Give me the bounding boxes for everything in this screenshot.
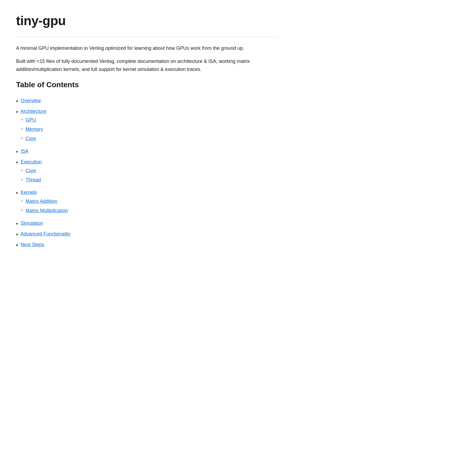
sub-bullet-icon: ○ (21, 125, 23, 132)
toc-link-simulation[interactable]: Simulation (21, 219, 43, 227)
toc-item-isa: •ISA (16, 147, 279, 156)
toc-item-overview: •Overview (16, 97, 279, 105)
toc-item-execution: •Execution○Core○Thread (16, 158, 279, 186)
toc-sub-item-matrix-addition: ○Matrix Addition (21, 197, 68, 205)
toc-item-advanced-functionality: •Advanced Functionality (16, 230, 279, 239)
bullet-icon: • (16, 147, 18, 156)
toc-link-execution[interactable]: Execution (21, 158, 42, 166)
toc-link-memory[interactable]: Memory (25, 125, 43, 133)
toc-item-simulation: •Simulation (16, 219, 279, 228)
bullet-icon: • (16, 108, 18, 116)
title-divider (16, 37, 279, 37)
toc-sub-list-execution: ○Core○Thread (21, 167, 42, 186)
bullet-icon: • (16, 158, 18, 167)
page-title: tiny-gpu (16, 11, 279, 31)
toc-link-gpu[interactable]: GPU (25, 116, 36, 124)
toc-link-core[interactable]: Core (25, 167, 36, 175)
description-2: Built with <15 files of fully documented… (16, 58, 279, 73)
bullet-icon: • (16, 230, 18, 239)
toc-item-architecture: •Architecture○GPU○Memory○Core (16, 108, 279, 145)
toc-link-matrix-addition[interactable]: Matrix Addition (25, 197, 57, 205)
sub-bullet-icon: ○ (21, 197, 23, 204)
toc-link-thread[interactable]: Thread (25, 176, 41, 184)
toc-link-advanced-functionality[interactable]: Advanced Functionality (21, 230, 70, 238)
toc-item-next-steps: •Next Steps (16, 241, 279, 249)
toc-sub-item-core: ○Core (21, 167, 42, 175)
toc-list: •Overview•Architecture○GPU○Memory○Core•I… (16, 97, 279, 249)
toc-sub-item-gpu: ○GPU (21, 116, 46, 124)
toc-sub-item-core: ○Core (21, 135, 46, 143)
toc-link-isa[interactable]: ISA (21, 147, 28, 155)
toc-link-matrix-multiplication[interactable]: Matrix Multiplication (25, 207, 68, 215)
toc-link-kernels[interactable]: Kernels (21, 189, 37, 196)
toc-sub-item-matrix-multiplication: ○Matrix Multiplication (21, 207, 68, 215)
toc-item-kernels: •Kernels○Matrix Addition○Matrix Multipli… (16, 189, 279, 217)
toc-sub-list-architecture: ○GPU○Memory○Core (21, 116, 46, 144)
sub-bullet-icon: ○ (21, 207, 23, 214)
toc-sub-item-memory: ○Memory (21, 125, 46, 133)
toc-link-overview[interactable]: Overview (21, 97, 41, 105)
sub-bullet-icon: ○ (21, 176, 23, 183)
toc-link-next-steps[interactable]: Next Steps (21, 241, 44, 249)
bullet-icon: • (16, 189, 18, 197)
bullet-icon: • (16, 219, 18, 228)
bullet-icon: • (16, 241, 18, 249)
toc-heading: Table of Contents (16, 79, 279, 91)
sub-bullet-icon: ○ (21, 116, 23, 123)
toc-link-architecture[interactable]: Architecture (21, 108, 46, 115)
sub-bullet-icon: ○ (21, 135, 23, 142)
toc-sub-list-kernels: ○Matrix Addition○Matrix Multiplication (21, 197, 68, 216)
toc-link-core[interactable]: Core (25, 135, 36, 143)
sub-bullet-icon: ○ (21, 167, 23, 174)
bullet-icon: • (16, 97, 18, 105)
toc-sub-item-thread: ○Thread (21, 176, 42, 184)
description-1: A minimal GPU implementation in Verilog … (16, 44, 279, 52)
